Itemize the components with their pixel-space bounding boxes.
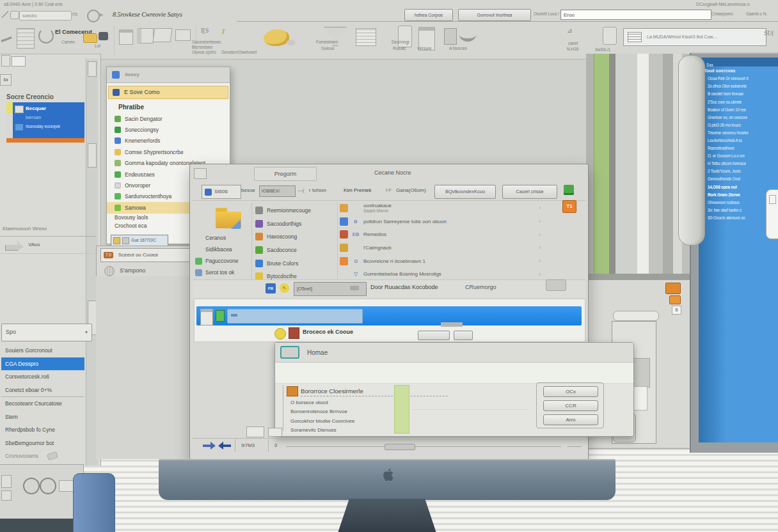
sidebar-list-item[interactable]: Becooteanr Csurcatose [1,396,84,411]
blue-list-row[interactable]: Ocua Rek Gr ceeuvurt rt [699,75,778,82]
selected-row-inner-box[interactable] [227,309,363,324]
toolbar-button-1[interactable]: BQvtkoondexKcuo [434,185,496,199]
blue-list-row[interactable]: 14,O08 opea nut [699,183,778,191]
blue-list-row[interactable]: Lou/tortsru/vhob A to [699,136,778,144]
sidebar-list-item[interactable]: Rherdpsbob fo Cyne [1,423,84,437]
selected-row[interactable] [196,306,582,325]
dialog-tab-program[interactable]: Pregorm [254,167,317,181]
menu-item[interactable]: Sonecciongsy [107,124,230,135]
si-toggle[interactable]: SI606 [202,185,241,199]
z-tool-icon[interactable]: ⊿ [567,27,572,34]
dialog-left-item[interactable]: Serot tos ok [195,267,250,278]
toolbar-label-besoe[interactable]: besoe [241,188,255,194]
blue-list-row[interactable]: Boabur uf Guen 10 ree [699,106,778,113]
orange-button-1[interactable] [665,283,681,294]
toolbar-field[interactable]: IO8I8EX/ [259,185,296,197]
send-window-icon[interactable] [152,28,172,42]
dialog-system-icon[interactable] [194,168,207,179]
blue-list-row[interactable]: 2'Soc cwe ou.ubrete [699,98,778,106]
general-interface-button[interactable]: Gorrovof Iriorthea [458,9,531,21]
quick-search-input[interactable] [19,11,72,20]
sidebar-list-item[interactable]: Conetct eboar 0+% [1,384,84,397]
undo-icon[interactable] [10,11,19,19]
menu-save-row[interactable]: E Sove Como [108,86,228,99]
dialog-mid-item[interactable]: Sacdoconce [255,244,336,257]
side-flyout-tab[interactable] [766,189,778,239]
signature-icon[interactable]: SU( [764,29,774,36]
small-button-1[interactable] [418,331,450,340]
circle-control-1[interactable] [23,478,40,494]
text-color-icon[interactable]: T [221,28,225,35]
blue-list-row[interactable]: Rgeoeteadhove [699,145,778,152]
source-card[interactable]: Becquar berroan rtosnoday ecceqvie [6,102,84,138]
menu-item[interactable]: Comse Shyprertsoncrbe [107,146,230,157]
headset-icon[interactable] [87,10,100,22]
address-input[interactable] [560,10,711,20]
brush-icon[interactable] [1,27,12,52]
dialog-left-item[interactable]: Ceranos [195,232,250,244]
sidebar-list-item[interactable]: Souiers Gorcronout [1,344,84,357]
mascot-icon[interactable] [264,29,289,46]
small-tool-icon-2[interactable] [12,56,26,66]
inner-dialog-button[interactable]: OCx [543,386,598,397]
refresh-icon[interactable] [38,28,54,43]
sidebar-pointer-item[interactable]: VAvo [28,242,40,248]
blue-list-row[interactable]: O. or Gcooorr.Lo.o om [699,152,778,160]
dialog-right-item[interactable]: EB Remedios › [340,228,543,241]
grid-icon[interactable] [17,28,35,49]
orange-button-2[interactable] [669,295,681,304]
blue-list-row[interactable]: 2 Toots'Vconr, Jvoro [699,168,778,175]
menu-item[interactable]: Sacin Dengator [107,113,230,124]
dialog-right-item[interactable]: l'Caimgnacb › [340,241,543,254]
orange-t1-icon[interactable]: T1 [562,200,576,213]
blue-list-row[interactable]: Trsvene oeoorcu hrostre [699,129,778,136]
sidebar-list-item[interactable]: Cronuvoowns [1,450,84,463]
bl-icon-1[interactable] [1,475,12,488]
sidebar-list-item[interactable]: Stem [1,411,84,424]
toolbar-button-2[interactable]: Cacerl crisse [502,185,557,199]
small-button-2[interactable] [454,331,473,340]
blue-window-titlebar[interactable]: Sas [699,58,778,66]
window-layout-icon-2[interactable] [137,28,154,43]
dialog-tab-create[interactable]: Cecane Nocre [374,170,411,176]
dialog-left-item[interactable]: Paguccovone [195,255,250,267]
hat-icon[interactable] [459,28,476,42]
sidebar-list-item[interactable]: Corsvetorcesk.ro6 [1,370,84,384]
inner-dialog-titlebar[interactable]: Homae [275,343,633,363]
toolbar-label-tohion[interactable]: r tohion [309,188,326,194]
inner-dialog-button[interactable]: CCR [543,400,598,411]
pencil-icon[interactable]: ✎ [280,283,289,293]
blue-list-row[interactable]: H Tetbc pfcom forersce [699,160,778,168]
blue-list-row[interactable]: Gevoudheods Ooof [699,175,778,183]
blue-list-row[interactable]: B owotet hom froruae [699,90,778,98]
folder-icon[interactable] [83,33,97,43]
window-edge-scrollbar[interactable] [678,55,705,246]
clamp2-icon[interactable] [603,27,617,45]
list-lines-icon[interactable] [356,28,376,46]
dialog-right-item[interactable]: uoxtruakaueSageb Marne › [340,201,543,215]
window-layout-icon-1[interactable] [119,29,133,45]
dialog-mid-item[interactable]: Sacoodorthigs [255,217,336,231]
scrollbar-thumb[interactable] [88,143,97,168]
blue-list-row[interactable]: G.ptd3 26 mo touzo [699,121,778,129]
sidebar-list-item[interactable]: SbeBemgournor bot [1,437,84,450]
recent-files-combo[interactable]: La MUDA/Wrhod Kisol/3 thd Cow… [623,28,766,46]
dialog-mid-item[interactable]: Havoscoong [255,230,336,244]
bl-icon-2[interactable] [1,490,12,501]
toolbar-label-gana[interactable]: Gana(O6om) [396,188,426,194]
blue-list-row[interactable]: Gnerkze vo, on oveconr [699,113,778,121]
dialog-right-item[interactable]: ⊙ Bcovrelcne rl dcoebroavn 1 › [340,254,543,268]
sidebar-list-item[interactable]: CGA Desspro [1,357,84,371]
fb-icon[interactable]: FB [266,283,276,293]
circle-control-2[interactable] [40,478,56,494]
menu-footer-box[interactable]: Gue 1677O/C [111,235,168,247]
text-style-icon[interactable]: I[S [201,27,209,34]
pill-control[interactable] [613,311,659,321]
index-corpus-button[interactable]: hdhea Corpoe [404,9,453,21]
pen-icon[interactable] [2,10,8,19]
dialog-left-item[interactable]: Sidikbacea [195,244,250,255]
box-icon[interactable] [444,28,457,45]
sidebar-select[interactable]: Spo ▾ [1,324,92,341]
small-tool-icon-1[interactable] [1,55,10,66]
scrollbar-button[interactable] [88,61,97,77]
